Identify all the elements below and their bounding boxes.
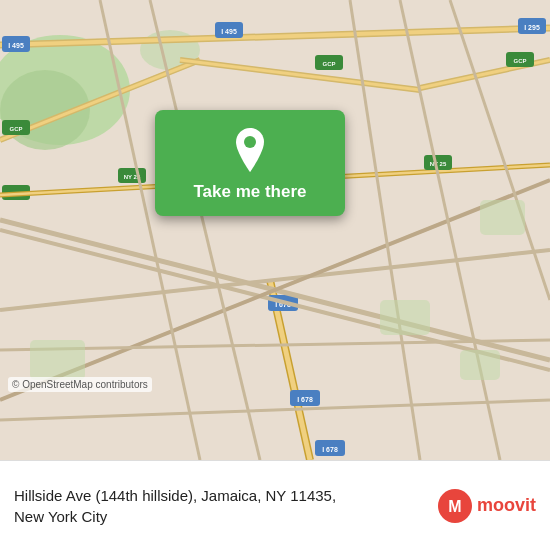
svg-text:I 678: I 678	[297, 396, 313, 403]
svg-text:GCP: GCP	[322, 61, 335, 67]
address-line1: Hillside Ave (144th hillside), Jamaica, …	[14, 487, 336, 504]
svg-rect-52	[460, 350, 500, 380]
osm-credit: © OpenStreetMap contributors	[8, 377, 152, 392]
svg-text:GCP: GCP	[9, 126, 22, 132]
address-line2: New York City	[14, 508, 107, 525]
svg-rect-51	[380, 300, 430, 335]
address-text: Hillside Ave (144th hillside), Jamaica, …	[14, 485, 437, 527]
svg-rect-54	[480, 200, 525, 235]
svg-text:I 495: I 495	[221, 28, 237, 35]
svg-text:I 295: I 295	[524, 24, 540, 31]
address-block: Hillside Ave (144th hillside), Jamaica, …	[14, 485, 437, 527]
svg-text:M: M	[448, 498, 461, 515]
moovit-icon: M	[437, 488, 473, 524]
svg-text:I 678: I 678	[322, 446, 338, 453]
svg-text:GCP: GCP	[513, 58, 526, 64]
location-pin-icon	[232, 128, 268, 172]
info-bar: Hillside Ave (144th hillside), Jamaica, …	[0, 460, 550, 550]
map-container[interactable]: I 495 I 495 I 295 GCP GCP GCP NY 25 NY 2…	[0, 0, 550, 460]
moovit-logo: M moovit	[437, 488, 536, 524]
take-me-there-label: Take me there	[193, 182, 306, 202]
svg-rect-53	[30, 340, 85, 380]
svg-point-55	[244, 136, 256, 148]
svg-text:NY 25: NY 25	[430, 161, 447, 167]
moovit-text: moovit	[477, 495, 536, 516]
popup-callout[interactable]: Take me there	[155, 110, 345, 216]
svg-text:I 495: I 495	[8, 42, 24, 49]
